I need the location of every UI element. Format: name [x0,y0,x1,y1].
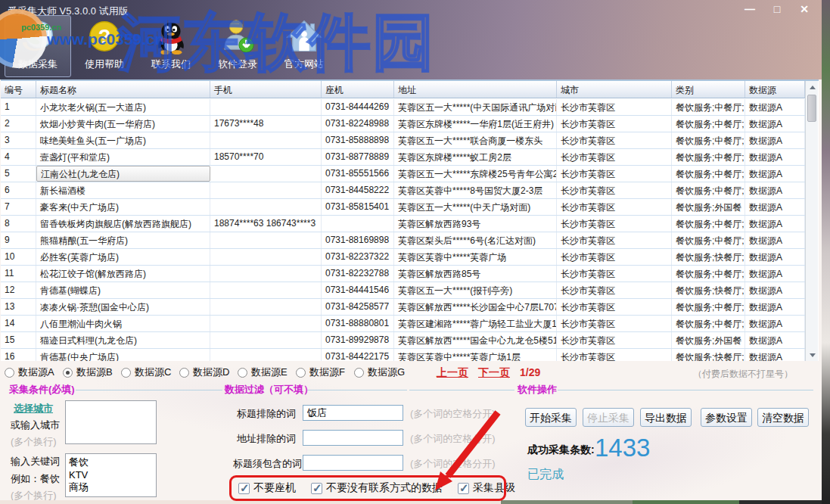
cell-phone: 0731-88880801 [322,316,394,331]
keywords-input[interactable]: 餐饮 KTV 商场 [65,453,157,497]
checkbox-no-landline[interactable]: 不要座机 [238,481,296,495]
table-row[interactable]: 8留香铁板烤肉旗舰店(解放西路旗舰店)18874****63 186743***… [1,216,805,232]
radio-icon [5,368,14,378]
cell-title: 八佰里潮汕牛肉火锅 [36,316,210,331]
cell-category: 餐饮服务;中餐厅; [672,216,745,232]
column-header-mobile[interactable]: 手机 [210,81,322,98]
cell-mobile [210,316,322,331]
cell-mobile [210,282,322,298]
settings-button[interactable]: 参数设置 [701,408,752,427]
checkbox-county-level[interactable]: 采集县级 [458,481,515,495]
column-header-address[interactable]: 地址 [394,81,557,98]
close-button[interactable]: ✕ [794,2,814,16]
next-page-link[interactable]: 下一页 [478,366,510,380]
cell-title: 肯德基(蝴蝶店) [36,282,210,298]
globe-icon [19,17,57,55]
cell-source: 数据源A [745,166,805,182]
cell-source: 数据源A [745,216,805,232]
cell-category: 餐饮服务;快餐厅; [672,249,745,265]
table-row[interactable]: 12肯德基(蝴蝶店)0731-84441546芙蓉区五一大*****(报刊亭旁)… [1,282,805,299]
table-row[interactable]: 1小龙坎老火锅(五一大道店)0731-84444269芙蓉区五一大*****(中… [1,99,805,116]
table-row[interactable]: 6新长福酒楼0731-84458222芙蓉区芙蓉中*****8号国贸大厦2-3层… [1,182,805,199]
column-header-id[interactable]: 编号 [1,81,36,98]
cell-category: 餐饮服务;中餐厅; [672,149,745,165]
filter-section-title: 数据过滤（可不填） [225,383,313,397]
toolbar-item-login[interactable]: 软件登录 [204,15,271,77]
close-icon: ✕ [800,3,809,15]
cell-city: 长沙市芙蓉区 [557,116,672,132]
table-row[interactable]: 9熊猫精酿(五一华府店)0731-88169898芙蓉区梨头后*****6号(名… [1,232,805,249]
scrollbar-thumb[interactable] [807,95,816,122]
table-row[interactable]: 13凑凑火锅·茶憩(国金中心店)0731-84258577芙蓉区解放西*****… [1,299,805,316]
checkbox-label: 不要座机 [253,481,296,495]
column-header-title[interactable]: 标题名称 [36,81,210,98]
column-header-phone[interactable]: 座机 [322,81,394,98]
table-row[interactable]: 5江南公社(九龙仓店)0731-85551566芙蓉区五一大*****东牌楼25… [1,166,805,182]
radio-data-source-A[interactable]: 数据源A [5,366,63,379]
cell-phone: 0731-84458222 [322,182,394,198]
cell-phone: 0731-82237322 [322,249,394,265]
scroll-down-icon[interactable] [806,349,819,361]
column-header-category[interactable]: 类别 [672,81,745,98]
table-row[interactable]: 11松花江饺子馆(解放西路店)0731-82232788芙蓉区解放西路85号长沙… [1,266,805,282]
vertical-scrollbar [805,81,818,361]
cell-id: 10 [1,249,36,265]
bottom-panel: 数据源A数据源B数据源C数据源D数据源E数据源F数据源G 上一页 下一页 1/2… [0,361,822,501]
toolbar-item-website[interactable]: 官方网站 [271,15,337,77]
cell-id: 6 [1,182,36,198]
toolbar-item-contact[interactable]: 联系我们 [138,15,204,77]
data-source-radios: 数据源A数据源B数据源C数据源D数据源E数据源F数据源G [5,366,412,379]
table-row[interactable]: 7豪客来(中天广场店)0731-85815401芙蓉区五一大*****(中天广场… [1,199,805,216]
table-row[interactable]: 3味绝美蛙鱼头(五一广场店)0731-85888898芙蓉区五一大*****联合… [1,132,805,149]
address-exclude-input[interactable] [303,430,403,446]
cell-address: 芙蓉区五一大*****东牌楼25号青年公寓2层 [394,166,557,182]
radio-data-source-B[interactable]: 数据源B [63,366,121,379]
table-row[interactable]: 15猫迹日式料理(九龙仓店)0731-89929878芙蓉区解放西*****国金… [1,332,805,349]
cell-id: 3 [1,132,36,148]
toolbar-item-collect[interactable]: 数据采集 [5,15,71,77]
radio-label: 数据源C [135,366,171,379]
cell-mobile: 17673****48 [210,116,322,132]
maximize-button[interactable]: □ [767,2,787,16]
cell-phone [322,216,394,232]
cell-source: 数据源A [745,232,805,248]
column-header-city[interactable]: 城市 [557,81,672,98]
export-data-button[interactable]: 导出数据 [640,408,692,427]
cell-title: 必胜客(芙蓉广场店) [36,249,210,265]
cell-mobile [210,349,322,361]
success-count-value: 1433 [595,434,650,462]
minimize-button[interactable]: — [740,2,760,16]
checkbox-icon [238,483,250,494]
radio-data-source-G[interactable]: 数据源G [354,366,412,379]
radio-data-source-F[interactable]: 数据源F [296,366,354,379]
city-input[interactable] [65,400,157,444]
title-exclude-input[interactable] [303,405,403,421]
select-city-link[interactable]: 选择城市 [14,402,53,415]
checkbox-no-contactless[interactable]: 不要没有联系方式的数据 [311,481,443,495]
cell-source: 数据源A [745,99,805,115]
cell-mobile [210,299,322,315]
cell-id: 13 [1,299,36,315]
table-row[interactable]: 10必胜客(芙蓉广场店)0731-82237322芙蓉区芙蓉中*****芙蓉广场… [1,249,805,266]
table-row[interactable]: 14八佰里潮汕牛肉火锅0731-88880801芙蓉区建湘路*****蓉广场轻工… [1,316,805,332]
keyword-label: 输入关键词 [11,455,60,468]
clear-data-button[interactable]: 清空数据 [757,408,809,427]
column-header-source[interactable]: 数据源 [745,81,805,98]
home-icon [285,17,323,55]
radio-data-source-E[interactable]: 数据源E [238,366,296,379]
prev-page-link[interactable]: 上一页 [437,366,468,380]
title-include-hint: (多个词的空格分开) [410,457,496,471]
table-row[interactable]: 4壹盏灯(平和堂店)18570****700731-88778889芙蓉区东牌楼… [1,149,805,166]
cell-id: 15 [1,332,36,348]
table-row[interactable]: 2炊烟小炒黄牛肉(五一华府店)17673****480731-82248988芙… [1,116,805,132]
cell-id: 12 [1,282,36,298]
table-row[interactable]: 16肯德基(中央广场店)0731-84422175芙蓉区芙蓉中*****芙蓉广场… [1,349,805,361]
toolbar-item-help[interactable]: ?使用帮助 [71,15,138,77]
cell-title: 留香铁板烤肉旗舰店(解放西路旗舰店) [36,216,210,232]
start-collect-button[interactable]: 开始采集 [525,408,577,427]
radio-data-source-D[interactable]: 数据源D [179,366,238,379]
scroll-up-icon[interactable] [806,81,819,93]
cell-source: 数据源A [745,299,805,315]
radio-data-source-C[interactable]: 数据源C [121,366,179,379]
title-include-input[interactable] [303,455,403,471]
